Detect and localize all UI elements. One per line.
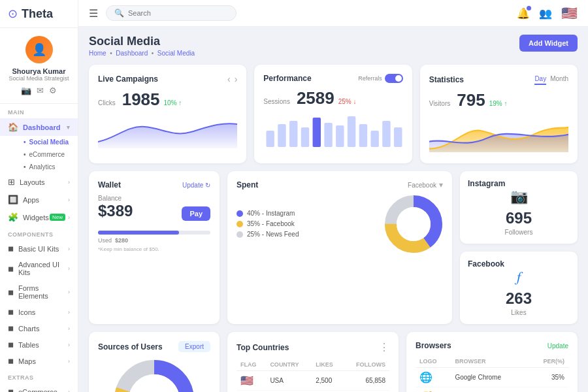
instagram-card-title: Instagram	[468, 179, 570, 188]
wallet-update-button[interactable]: Update ↻	[182, 182, 210, 189]
spent-card: Spent Facebook ▾ 40% - Instagram	[227, 171, 452, 324]
sessions-value: 2589	[297, 88, 335, 108]
search-icon: 🔍	[114, 8, 124, 18]
sidebar-item-dashboard[interactable]: 🏠 Dashboard ▾	[0, 118, 78, 136]
instagram-icon: 📷	[510, 188, 528, 205]
svg-rect-11	[394, 127, 402, 147]
col-logo: LOGO	[416, 355, 451, 368]
page-title: Social Media	[89, 35, 195, 48]
newsfeed-dot	[237, 231, 243, 238]
sidebar-item-widgets[interactable]: 🧩 Widgets New ›	[0, 208, 78, 226]
browsers-title: Browsers	[416, 341, 451, 350]
sidebar-item-basic-ui[interactable]: ◼Basic UI Kits ›	[0, 240, 78, 257]
col-flag: FLAG	[237, 359, 266, 371]
spent-chevron[interactable]: ▾	[439, 180, 443, 189]
facebook-card: Facebook 𝑓 263 Likes	[460, 252, 578, 324]
add-widget-button[interactable]: Add Widget	[519, 35, 578, 52]
logo-text: Theta	[22, 7, 53, 21]
browsers-update-button[interactable]: Update	[547, 342, 568, 350]
sidebar-sub-ecommerce[interactable]: eCommerce	[18, 148, 78, 161]
sidebar-item-maps[interactable]: ◼Maps ›	[0, 353, 78, 369]
sidebar-item-tables[interactable]: ◼Tables ›	[0, 336, 78, 353]
svg-rect-5	[325, 123, 333, 147]
content-area: Social Media Home • Dashboard • Social M…	[78, 27, 588, 392]
sidebar-item-forms[interactable]: ◼Forms Elements ›	[0, 280, 78, 304]
visitors-value: 795	[457, 90, 485, 110]
sidebar-item-charts[interactable]: ◼Charts ›	[0, 320, 78, 336]
browser-name: Safari	[451, 387, 527, 393]
search-input[interactable]	[128, 9, 228, 17]
facebook-sub: Likes	[511, 309, 526, 316]
countries-table-header: FLAG COUNTRY LIKES FOLLOWS	[237, 359, 389, 371]
statistics-card: Statistics Day Month Visitors 795 19% ↑	[420, 65, 578, 163]
icons-icon: ◼	[8, 308, 14, 316]
settings-icon[interactable]: ⚙	[49, 86, 57, 95]
visitors-label: Visitors	[429, 100, 451, 107]
charts-icon: ◼	[8, 324, 14, 333]
camera-icon[interactable]: 📷	[21, 86, 31, 95]
notification-icon[interactable]: 🔔	[517, 7, 530, 20]
used-value: $280	[115, 237, 128, 244]
user-role: Social Media Strategist	[8, 75, 69, 82]
advanced-ui-icon: ◼	[8, 265, 14, 273]
country-flag: 🇺🇸	[237, 371, 266, 391]
browser-logo: 🧭	[416, 387, 451, 393]
browser-percent: 30%	[527, 387, 568, 393]
sidebar-item-ecommerce[interactable]: ◼eCommerce ›	[0, 384, 78, 392]
browsers-header: Browsers Update	[416, 341, 568, 350]
sidebar-sub-analytics[interactable]: Analytics	[18, 161, 78, 173]
statistics-tabs: Day Month	[534, 74, 568, 85]
referrals-toggle[interactable]: Referrals	[358, 74, 403, 83]
chevron-down-icon: ▾	[67, 124, 70, 131]
user-action-icons: 📷 ✉ ⚙	[21, 86, 57, 95]
email-icon[interactable]: ✉	[37, 86, 44, 95]
table-row: 🧭 Safari 30%	[416, 387, 568, 393]
svg-rect-6	[336, 125, 344, 147]
row-1: Live Campaigns ‹ › Clicks 1985 10% ↑	[89, 65, 578, 163]
sidebar-item-layouts[interactable]: ⊞ Layouts ›	[0, 173, 78, 191]
statistics-chart	[429, 113, 568, 152]
sidebar-item-label: eCommerce	[18, 388, 57, 393]
breadcrumb-dashboard[interactable]: Dashboard	[116, 50, 148, 57]
clicks-change: 10% ↑	[164, 99, 182, 106]
countries-table: FLAG COUNTRY LIKES FOLLOWS 🇺🇸 USA 2,500 …	[237, 359, 389, 392]
legend-instagram: 40% - Instagram	[237, 210, 378, 217]
people-icon[interactable]: 👥	[539, 7, 552, 20]
hamburger-icon[interactable]: ☰	[89, 7, 98, 20]
live-campaigns-actions: ‹ ›	[227, 74, 237, 84]
pay-button[interactable]: Pay	[182, 206, 210, 221]
tab-month[interactable]: Month	[550, 74, 568, 85]
export-button[interactable]: Export	[178, 341, 210, 352]
basic-ui-icon: ◼	[8, 244, 14, 253]
sources-header: Sources of Users Export	[98, 341, 210, 352]
wallet-header: Wallet Update ↻	[98, 180, 210, 189]
sidebar-item-apps[interactable]: 🔲 Apps ›	[0, 191, 78, 208]
sources-donut-chart	[112, 357, 197, 392]
tables-icon: ◼	[8, 340, 14, 349]
spent-chart-wrap: 40% - Instagram 35% - Facebook 25% - New…	[237, 195, 443, 253]
svg-rect-2	[289, 121, 297, 147]
breadcrumb-home[interactable]: Home	[89, 50, 106, 57]
row-3: Sources of Users Export	[89, 332, 578, 392]
svg-rect-4	[313, 118, 321, 147]
country-likes: 2,500	[312, 371, 343, 391]
toggle-pill[interactable]	[385, 74, 403, 83]
facebook-legend-label: 35% - Facebook	[247, 220, 295, 227]
maps-icon: ◼	[8, 357, 14, 365]
sidebar-item-icons[interactable]: ◼Icons ›	[0, 304, 78, 320]
sidebar-item-label: Icons	[18, 308, 35, 316]
tab-day[interactable]: Day	[534, 74, 546, 85]
dashboard-icon: 🏠	[8, 122, 18, 132]
prev-icon[interactable]: ‹	[227, 74, 231, 84]
browser-name: Google Chrome	[451, 368, 527, 387]
main-section-label: MAIN	[0, 104, 78, 118]
sidebar-sub-social-media[interactable]: Social Media	[18, 136, 78, 148]
flag-icon[interactable]: 🇺🇸	[561, 5, 578, 21]
live-campaigns-chart	[98, 112, 237, 148]
next-icon[interactable]: ›	[235, 74, 238, 84]
countries-menu-icon[interactable]: ⋮	[379, 341, 389, 353]
breadcrumb: Home • Dashboard • Social Media	[89, 50, 195, 57]
row-2: Wallet Update ↻ Balance $389 Pay Used $2…	[89, 171, 578, 324]
instagram-count: 695	[506, 209, 532, 227]
sidebar-item-advanced-ui[interactable]: ◼Advanced UI Kits ›	[0, 257, 78, 280]
